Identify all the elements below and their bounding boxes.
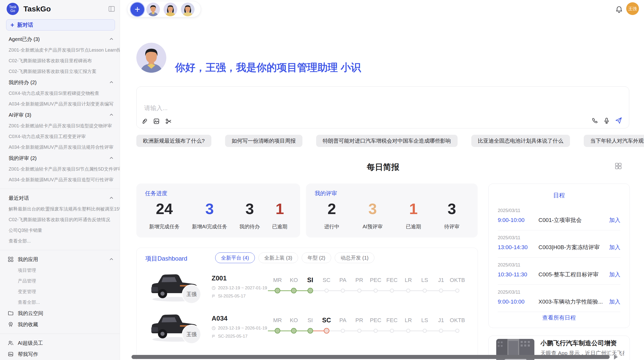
stat-column: 3待评审 — [444, 199, 459, 237]
dashboard-filter-chip[interactable]: 年型 (2) — [302, 252, 331, 263]
milestone-dot — [423, 329, 427, 333]
scroll-right-arrow[interactable] — [614, 354, 618, 359]
sidebar-task-item[interactable]: C02-飞腾新能源轻客改款项目里程碑画布 — [0, 55, 120, 66]
app-sub-item[interactable]: 变更管理 — [0, 286, 120, 297]
sidebar-task-item[interactable]: A034-全新新能源MUV产品开发项目计划变更表编写 — [0, 99, 120, 109]
scissors-icon[interactable] — [165, 118, 172, 125]
milestone-track-done — [268, 290, 310, 291]
stat-value: 1 — [409, 199, 418, 219]
dashboard-filter-chip[interactable]: 全新平台 (4) — [215, 252, 255, 263]
project-dashboard-card: 项目Dashboard 全新平台 (4)全新上装 (3)年型 (2)动总开发 (… — [136, 248, 478, 360]
sidebar-task-item[interactable]: C02-飞腾新能源轻客改款项目立项汇报方案 — [0, 66, 120, 77]
dashboard-filter-chip[interactable]: 全新上装 (3) — [258, 252, 298, 263]
dashboard-filter-chip[interactable]: 动总开发 (1) — [335, 252, 374, 263]
app-sub-item[interactable]: 项目管理 — [0, 265, 120, 276]
sidebar-section-header[interactable]: 我的评审 (2) — [0, 153, 120, 164]
sidebar-item-cloud-space[interactable]: 我的云空间 — [0, 308, 120, 319]
attachment-icon[interactable] — [141, 118, 148, 125]
app-sub-item[interactable]: 产品管理 — [0, 276, 120, 286]
notification-bell-icon[interactable] — [615, 6, 623, 14]
stat-column: 3我的待办 — [240, 199, 260, 237]
milestone-dot — [308, 328, 313, 334]
suggestion-chip[interactable]: 比亚迪全固态电池计划具体说了什么 — [471, 135, 570, 147]
suggestion-chip[interactable]: 特朗普可能对进口汽车增税会对中国车企造成哪些影响 — [316, 135, 458, 147]
layout-grid-icon[interactable] — [614, 162, 622, 170]
app-logo: Task Go — [7, 3, 19, 15]
schedule-item: 2025/03/119:00-10:00X003-车辆动力学性能验...加入 — [498, 285, 620, 312]
join-link[interactable]: 加入 — [609, 298, 620, 306]
stat-column: 1已逾期 — [272, 199, 287, 237]
task-progress-title: 任务进度 — [145, 190, 167, 197]
stat-value: 3 — [368, 199, 377, 219]
new-chat-label: 新对话 — [17, 21, 33, 28]
agent-avatar-3[interactable] — [181, 3, 195, 16]
sidebar-task-item[interactable]: Z001-全新燃油轻卡产品开发项目SI节点属性5D文件评审 — [0, 164, 120, 174]
composer-placeholder: 请输入... — [144, 104, 168, 112]
stat-value: 2 — [328, 199, 336, 219]
sidebar-section-header[interactable]: Agent已办 (3) — [0, 34, 120, 45]
project-flag-text: SI-2025-05-17 — [218, 294, 246, 299]
suggestion-chip[interactable]: 欧洲新规最近颁布了什么? — [136, 135, 211, 147]
stat-column: 1已逾期 — [406, 199, 421, 237]
join-link[interactable]: 加入 — [609, 244, 620, 251]
phone-icon[interactable] — [591, 117, 598, 124]
schedule-time: 9:00-10:00 — [498, 298, 538, 305]
my-apps-label: 我的应用 — [18, 256, 38, 263]
send-icon[interactable] — [615, 117, 622, 124]
stat-column: 3新增AI完成任务 — [192, 199, 227, 237]
grid-icon — [8, 256, 14, 262]
schedule-date: 2025/03/11 — [498, 208, 620, 213]
user-name: 王强 — [628, 6, 637, 12]
stat-column: 2进行中 — [324, 199, 340, 237]
horizontal-scrollbar[interactable] — [131, 355, 610, 359]
user-avatar[interactable]: 王强 — [626, 2, 639, 15]
sidebar-task-item[interactable]: C0X4-动力总成开发项目工程变更评审 — [0, 131, 120, 142]
chat-composer[interactable]: 请输入... — [136, 86, 629, 128]
sidebar-task-item[interactable]: A034-全新新能源MUV产品开发项目法规符合性评审 — [0, 142, 120, 153]
recent-chat-item[interactable]: 解释最新出台的欧盟报废车法规再生塑料比例被调至15%... — [0, 204, 120, 214]
milestone-dot — [291, 288, 297, 293]
sidebar-section-header[interactable]: 我的待办 (2) — [0, 77, 120, 88]
agent-avatar-1[interactable] — [146, 3, 160, 16]
suggestion-chip[interactable]: 如何写一份清晰的项目周报 — [225, 135, 302, 147]
join-link[interactable]: 加入 — [609, 271, 620, 278]
milestone-dot — [341, 289, 345, 293]
sidebar-task-item[interactable]: Z001-全新燃油皮卡产品开发项目SI节点Lesson Learn报告 — [0, 45, 120, 55]
recent-chat-item[interactable]: C02-飞腾新能源轻客改款项目的闭环通告反馈情况 — [0, 214, 120, 225]
schedule-meeting-title: C001-立项审批会 — [538, 216, 609, 224]
sidebar-item-users[interactable]: AI超级员工 — [0, 337, 120, 349]
sidebar-section-label: Agent已办 (3) — [9, 36, 40, 43]
suggestion-chip[interactable]: 当下年轻人对汽车外观有怎样的喜好趋势 — [584, 135, 644, 147]
sidebar-task-item[interactable]: A034-全新新能源MUV产品开发项目造型可行性评审 — [0, 174, 120, 185]
sidebar-item-favorites[interactable]: 我的收藏 — [0, 319, 120, 330]
app-sub-item[interactable]: 查看全部... — [0, 297, 120, 308]
recent-chat-item[interactable]: 公司Q3轻卡销量 — [0, 225, 120, 236]
task-progress-card: 任务进度 24新增完成任务3新增AI完成任务3我的待办1已逾期 — [136, 184, 300, 237]
add-session-button[interactable]: + — [130, 3, 144, 16]
sidebar-collapse-icon[interactable] — [108, 6, 115, 12]
sidebar-task-item[interactable]: C0X4-动力总成开发项目SI里程碑提交物检查 — [0, 88, 120, 99]
recent-view-all[interactable]: 查看全部... — [0, 236, 120, 246]
agent-avatar-2[interactable] — [164, 3, 177, 16]
schedule-meeting-title: C005-整车工程目标评审 — [538, 271, 609, 278]
recent-chats-header[interactable]: 最近对话 — [0, 192, 120, 204]
image-upload-icon[interactable] — [153, 118, 160, 125]
divider — [0, 189, 120, 189]
schedule-view-all[interactable]: 查看所有日程 — [489, 314, 630, 322]
sidebar-item-my-apps[interactable]: 我的应用 — [0, 254, 120, 265]
stat-label: 新增AI完成任务 — [192, 223, 227, 230]
sidebar-section-header[interactable]: AI评审 (3) — [0, 109, 120, 121]
tool-label: AI超级员工 — [18, 340, 43, 347]
join-link[interactable]: 加入 — [609, 216, 620, 224]
new-chat-button[interactable]: + 新对话 — [6, 19, 115, 31]
sidebar-content: Agent已办 (3)Z001-全新燃油皮卡产品开发项目SI节点Lesson L… — [0, 34, 120, 360]
schedule-item-row: 13:00-14:30C003|H0B-方案冻结评审加入 — [498, 244, 620, 251]
schedule-card: 日程 2025/03/119:00-10:00C001-立项审批会加入2025/… — [488, 184, 630, 328]
milestone-dot — [341, 329, 345, 333]
milestone-dot — [390, 289, 394, 293]
sidebar-item-photo[interactable]: 帮我写作 — [0, 349, 120, 360]
schedule-date: 2025/03/11 — [498, 262, 620, 268]
sidebar-task-item[interactable]: Z001-全新燃油轻卡产品开发项目SI造型提交物评审 — [0, 121, 120, 131]
project-code: A034 — [212, 314, 227, 322]
mic-icon[interactable] — [603, 117, 610, 124]
